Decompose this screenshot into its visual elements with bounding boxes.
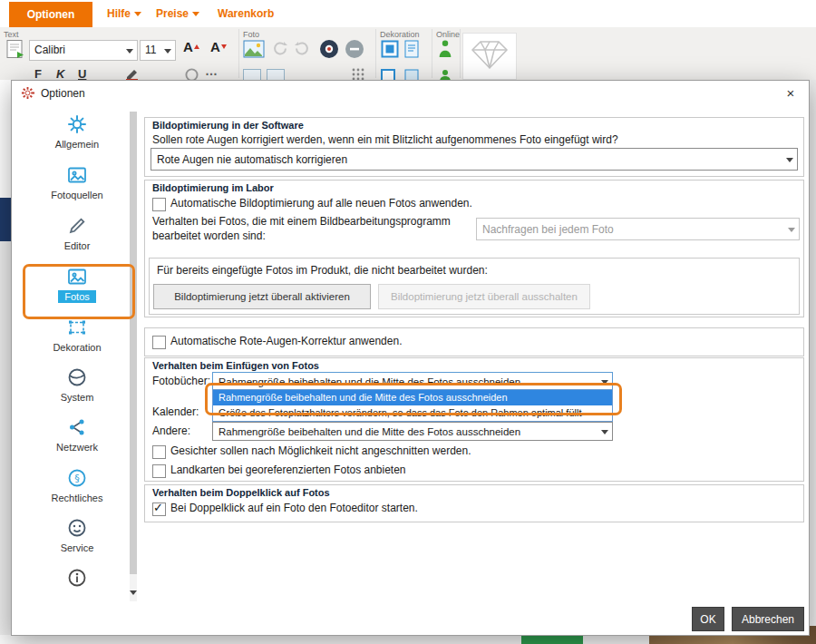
sidebar-item-label-selected: Fotos [58,290,96,303]
arrow-up-icon [194,42,199,49]
andere-label: Andere: [152,424,190,437]
options-dialog: Optionen × Allgemein Fotoquellen Editor … [11,80,810,636]
existing-photos-box: Für bereits eingefügte Fotos im Produkt,… [149,258,800,315]
group-lab-optimization: Bildoptimierung im Labor Automatische Bi… [144,180,804,317]
sidebar-item-system[interactable]: System [26,366,128,405]
decoration-page-icon[interactable] [404,40,421,62]
arrow-down-icon [221,44,227,52]
ok-button[interactable]: OK [692,607,724,631]
menu-item-hilfe[interactable]: Hilfe [107,0,141,27]
app-window: Optionen Hilfe Preise Warenkorb Text Fot… [0,0,816,644]
info-icon [66,567,88,589]
letter-a: A [210,39,220,54]
sidebar-scrollbar[interactable] [130,112,137,601]
remove-circle-icon[interactable] [345,39,364,63]
ribbon-group-label-text: Text [4,30,19,39]
menu-item-warenkorb[interactable]: Warenkorb [218,0,274,27]
menu-bar: Optionen Hilfe Preise Warenkorb [0,0,816,28]
sidebar-item-fotoquellen[interactable]: Fotoquellen [26,164,128,202]
group-insert-behavior: Verhalten beim Einfügen von Fotos Fotobü… [144,357,804,482]
rotate-right-icon[interactable] [294,41,310,61]
options-dialog-icon [21,86,34,103]
menu-item-label: Hilfe [107,7,131,20]
sidebar-item-service[interactable]: Service [26,517,128,555]
sidebar-item-label: Editor [64,239,91,252]
sidebar-item-info[interactable] [26,567,128,589]
dropdown-option-selected[interactable]: Rahmengröße beibehalten und die Mitte de… [213,390,612,405]
auto-optimization-checkbox[interactable] [152,198,166,211]
group-title: Verhalten beim Doppelklick auf Fotos [152,487,330,498]
ribbon-toolbar: Text Foto Dekoration Online Calibri 11 A… [0,27,816,81]
decrease-font-button[interactable]: A [207,39,230,61]
andere-select[interactable]: Rahmengröße beibehalten und die Mitte de… [212,422,613,441]
font-size-select[interactable]: 11 [140,40,176,61]
tab-optionen[interactable]: Optionen [9,2,92,27]
sidebar-item-label: Rechtliches [52,492,103,504]
scrollbar-down-button[interactable] [130,589,137,600]
veredelung-panel[interactable] [462,33,517,80]
edited-photos-select[interactable]: Nachfragen bei jedem Foto [476,218,800,240]
redeye-behavior-select[interactable]: Rote Augen nie automatisch korrigieren [151,148,798,171]
redeye-correction-checkbox[interactable] [152,336,166,349]
chevron-down-icon [601,380,608,388]
fotobuecher-select[interactable]: Rahmengröße beibehalten und die Mitte de… [212,372,613,391]
chevron-down-icon [164,49,171,57]
edited-photos-label-line2: bearbeitet worden sind: [152,229,266,242]
sidebar-item-allgemein[interactable]: Allgemein [26,113,128,151]
bold-button[interactable]: F [34,67,42,81]
more-options-icon[interactable]: … [205,63,218,78]
paragraph-icon: § [66,467,88,489]
font-family-select[interactable]: Calibri [29,40,138,61]
increase-font-button[interactable]: A [180,39,203,61]
scrollbar-thumb[interactable] [130,112,137,574]
deactivate-optimization-button[interactable]: Bildoptimierung jetzt überall ausschalte… [378,284,590,309]
group-software-optimization: Bildoptimierung in der Software Sollen r… [144,117,804,177]
font-size-value: 11 [145,44,156,56]
photo-icon[interactable] [243,40,265,62]
pencil-icon [66,215,88,237]
kalender-label: Kalender: [152,405,199,418]
chevron-down-icon [134,12,141,20]
close-icon[interactable]: × [783,85,798,100]
faces-checkbox[interactable] [152,445,166,459]
sidebar-item-rechtliches[interactable]: § Rechtliches [26,467,128,505]
sidebar-item-dekoration[interactable]: Dekoration [26,317,128,355]
underline-button[interactable]: U [78,67,86,81]
text-frame-icon[interactable] [5,39,25,63]
bottom-green-block [521,635,583,644]
maps-checkbox[interactable] [152,464,166,478]
selected-value: Rahmengröße beibehalten und die Mitte de… [219,426,520,437]
doubleclick-editor-checkbox[interactable] [152,503,166,516]
selected-value: Rote Augen nie automatisch korrigieren [157,153,347,166]
rotate-left-icon[interactable] [272,41,288,61]
letter-a: A [183,39,193,54]
ribbon-separator [432,29,432,78]
network-icon [66,416,88,438]
sidebar-item-editor[interactable]: Editor [26,215,128,253]
sidebar-item-netzwerk[interactable]: Netzwerk [26,416,128,454]
online-person-icon[interactable] [437,38,453,63]
left-edge-gray-strip [0,241,11,635]
faces-checkbox-label: Gesichter sollen nach Möglichkeit nicht … [170,444,471,457]
sidebar-item-label: Netzwerk [56,441,98,454]
cancel-button[interactable]: Abbrechen [732,607,804,631]
group-title: Verhalten beim Einfügen von Fotos [152,360,319,371]
sidebar-item-fotos[interactable]: Fotos [26,266,128,304]
redeye-correction-label: Automatische Rote-Augen-Korrektur anwend… [170,335,402,347]
ribbon-group-label-dekoration: Dekoration [380,30,420,39]
group-title: Bildoptimierung im Labor [152,182,274,193]
selected-value: Rahmengröße beibehalten und die Mitte de… [219,376,520,387]
chevron-down-icon [192,12,199,20]
sidebar-item-label: Service [61,542,94,554]
photo-icon [66,164,88,186]
group-redeye-correction: Automatische Rote-Augen-Korrektur anwend… [144,327,804,356]
frame-icon [66,317,88,338]
menu-item-preise[interactable]: Preise [156,0,199,27]
decoration-frame-icon[interactable] [381,40,399,62]
italic-button[interactable]: K [56,67,64,81]
dropdown-option[interactable]: Größe des Fotoplatzhalters verändern, so… [213,405,612,421]
font-family-value: Calibri [34,44,65,56]
arrow-down-icon [130,590,137,599]
activate-optimization-button[interactable]: Bildoptimierung jetzt überall aktivieren [153,284,371,309]
red-eye-tool-icon[interactable] [319,39,339,63]
